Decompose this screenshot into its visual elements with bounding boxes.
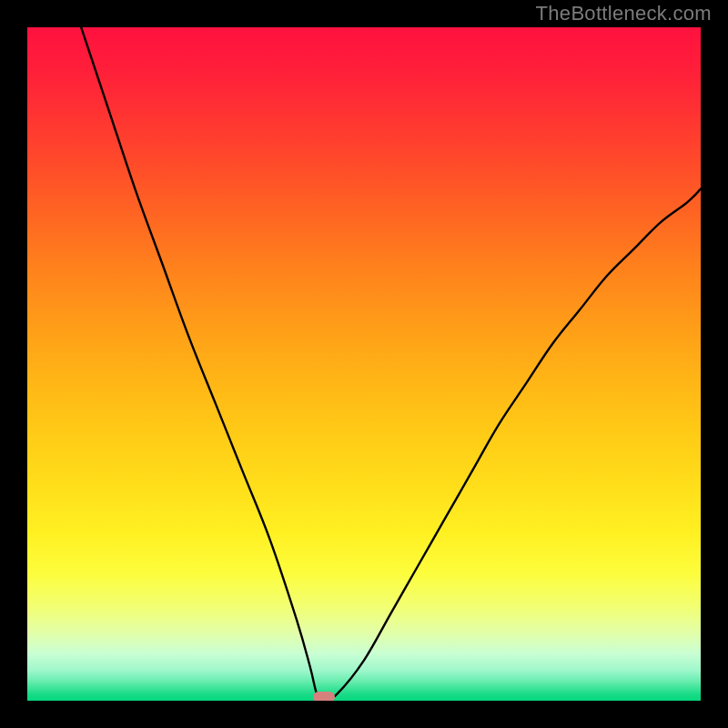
bottleneck-curve [27, 27, 701, 701]
optimum-marker [313, 692, 335, 701]
plot-area [27, 27, 701, 701]
chart-frame: TheBottleneck.com [0, 0, 728, 728]
watermark-text: TheBottleneck.com [536, 2, 712, 25]
